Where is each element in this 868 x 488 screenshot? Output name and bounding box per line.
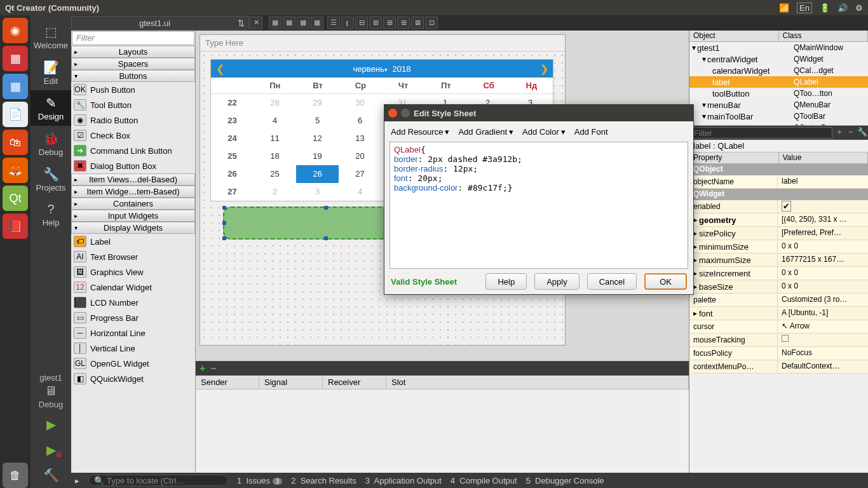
add-font-button[interactable]: Add Font bbox=[574, 127, 608, 137]
vlayout-icon[interactable]: ⫿ bbox=[341, 17, 354, 29]
close-doc-icon[interactable]: ✕ bbox=[250, 17, 262, 29]
mode-welcome[interactable]: ⬚Welcome bbox=[31, 19, 71, 55]
build-button[interactable]: 🔨 bbox=[31, 463, 71, 488]
widget-opengl[interactable]: GLOpenGL Widget bbox=[71, 356, 195, 371]
ubuntu-dash-icon[interactable]: ◉ bbox=[3, 18, 28, 43]
cal-cell[interactable]: 11 bbox=[254, 130, 296, 147]
objtree-row[interactable]: ▾ menuBarQMenuBar bbox=[689, 99, 868, 111]
qtcreator-icon[interactable]: Qt bbox=[3, 186, 28, 211]
cal-cell[interactable]: 19 bbox=[296, 147, 339, 165]
wifi-icon[interactable]: 📶 bbox=[779, 3, 789, 13]
dialog-minimize-icon[interactable] bbox=[401, 109, 410, 118]
widget-lcd[interactable]: ⬛LCD Number bbox=[71, 295, 195, 310]
widget-radio-button[interactable]: ◉Radio Button bbox=[71, 112, 195, 128]
prop-focuspolicy[interactable]: focusPolicyNoFocus bbox=[689, 347, 868, 360]
widget-qquick[interactable]: ◧QQuickWidget bbox=[71, 371, 195, 386]
widget-command-link[interactable]: ➜Command Link Button bbox=[71, 143, 195, 158]
launcher-app-3[interactable]: 📄 bbox=[3, 102, 28, 127]
mode-help[interactable]: ?Help bbox=[31, 197, 71, 233]
edit-taborder-icon[interactable]: ▦ bbox=[311, 17, 323, 29]
launcher-app-4[interactable]: 🛍 bbox=[3, 130, 28, 155]
cancel-button[interactable]: Cancel bbox=[587, 273, 637, 290]
pane-compile[interactable]: 4 Compile Output bbox=[451, 476, 517, 485]
pane-issues[interactable]: 1 Issues 3 bbox=[237, 476, 282, 485]
battery-icon[interactable]: 🔋 bbox=[820, 3, 830, 13]
cal-cell[interactable]: 4 bbox=[339, 183, 381, 201]
prop-sizeincrement[interactable]: ▸ sizeIncrement0 x 0 bbox=[689, 267, 868, 280]
hsplit-icon[interactable]: ⊟ bbox=[355, 17, 368, 29]
cal-cell[interactable]: 6 bbox=[339, 112, 381, 130]
objtree-row[interactable]: ▾ mainToolBarQToolBar bbox=[689, 111, 868, 122]
add-color-dropdown[interactable]: Add Color ▾ bbox=[522, 127, 566, 137]
prop-objectname[interactable]: objectNamelabel bbox=[689, 175, 868, 189]
mode-edit[interactable]: 📝Edit bbox=[31, 55, 71, 90]
group-layouts[interactable]: ▸Layouts bbox=[71, 46, 195, 58]
launcher-app-5[interactable]: 📕 bbox=[3, 214, 28, 239]
widget-label[interactable]: 🏷Label bbox=[71, 234, 195, 249]
cal-cell[interactable]: 20 bbox=[339, 147, 381, 165]
cal-prev-icon[interactable]: ❮ bbox=[211, 63, 229, 75]
objtree-hdr-class[interactable]: Class bbox=[779, 30, 869, 41]
widget-dialog-button-box[interactable]: ✖Dialog Button Box bbox=[71, 158, 195, 173]
propgroup-qobject[interactable]: QObject bbox=[689, 164, 868, 175]
prop-contextmenupolicy[interactable]: contextMenuPo…DefaultContext… bbox=[689, 360, 868, 374]
sigslot-hdr-signal[interactable]: Signal bbox=[259, 376, 323, 389]
cal-next-icon[interactable]: ❯ bbox=[535, 63, 553, 75]
objtree-row[interactable]: ▾ centralWidgetQWidget bbox=[689, 53, 868, 65]
group-buttons[interactable]: ▾Buttons bbox=[71, 70, 195, 82]
widget-progress-bar[interactable]: ▭Progress Bar bbox=[71, 310, 195, 325]
objtree-row[interactable]: calendarWidgetQCal…dget bbox=[689, 65, 868, 76]
bottombar-expand-icon[interactable]: ▸ bbox=[75, 476, 79, 485]
prop-sizepolicy[interactable]: ▸ sizePolicy[Preferred, Pref… bbox=[689, 227, 868, 240]
dialog-titlebar[interactable]: Edit Style Sheet bbox=[384, 105, 693, 121]
prop-hdr-name[interactable]: Property bbox=[689, 152, 779, 163]
lang-indicator[interactable]: En bbox=[797, 3, 812, 13]
run-debug-button[interactable]: ▶🐞 bbox=[31, 437, 71, 463]
edit-signals-icon[interactable]: ▦ bbox=[283, 17, 295, 29]
widget-vline[interactable]: │Vertical Line bbox=[71, 341, 195, 356]
hlayout-icon[interactable]: ☰ bbox=[327, 17, 340, 29]
sigslot-hdr-slot[interactable]: Slot bbox=[386, 376, 689, 389]
cal-cell[interactable]: 12 bbox=[296, 130, 339, 147]
group-displaywidgets[interactable]: ▾Display Widgets bbox=[71, 222, 195, 234]
stylesheet-editor[interactable]: QLabel{border: 2px dashed #3a912b;border… bbox=[390, 142, 688, 269]
prop-geometry[interactable]: ▸ geometry[(40, 250), 331 x … bbox=[689, 214, 868, 227]
firefox-icon[interactable]: 🦊 bbox=[3, 158, 28, 183]
cal-cell[interactable]: 18 bbox=[254, 147, 296, 165]
dialog-close-icon[interactable] bbox=[388, 109, 397, 118]
sigslot-add-icon[interactable]: + bbox=[200, 363, 205, 374]
prop-enabled[interactable]: enabled✔ bbox=[689, 200, 868, 214]
pane-search[interactable]: 2 Search Results bbox=[291, 476, 356, 485]
prop-palette[interactable]: paletteCustomized (3 ro… bbox=[689, 294, 868, 307]
edit-buddies-icon[interactable]: ▦ bbox=[297, 17, 309, 29]
locator-input[interactable]: 🔍Type to locate (Ctrl… bbox=[88, 475, 228, 486]
propgroup-qwidget[interactable]: QWidget bbox=[689, 189, 868, 200]
property-filter-input[interactable] bbox=[691, 127, 832, 139]
edit-widgets-icon[interactable]: ▦ bbox=[269, 17, 281, 29]
pane-debugcon[interactable]: 5 Debugger Console bbox=[526, 476, 604, 485]
cal-cell[interactable]: 5 bbox=[296, 112, 339, 130]
vsplit-icon[interactable]: ⊞ bbox=[369, 17, 382, 29]
objtree-row[interactable]: ▾ gtest1QMainWindow bbox=[689, 42, 868, 53]
prop-basesize[interactable]: ▸ baseSize0 x 0 bbox=[689, 280, 868, 294]
open-file-combo[interactable]: gtest1.ui ⇅ bbox=[71, 16, 249, 30]
group-spacers[interactable]: ▸Spacers bbox=[71, 58, 195, 70]
property-add-icon[interactable]: + bbox=[834, 127, 845, 139]
pane-appout[interactable]: 3 Application Output bbox=[365, 476, 442, 485]
gear-icon[interactable]: ⚙ bbox=[855, 3, 863, 13]
cal-cell[interactable]: 2 bbox=[254, 183, 296, 201]
widget-graphics-view[interactable]: 🖼Graphics View bbox=[71, 264, 195, 280]
prop-font[interactable]: ▸ fontA [Ubuntu, -1] bbox=[689, 307, 868, 320]
mode-debug[interactable]: 🐞Debug bbox=[31, 126, 71, 161]
cal-cell[interactable]: 4 bbox=[254, 112, 296, 130]
kit-selector[interactable]: gtest1 🖥 Debug bbox=[39, 370, 63, 412]
form-icon[interactable]: ⊞ bbox=[397, 17, 410, 29]
widget-push-button[interactable]: OKPush Button bbox=[71, 82, 195, 97]
objtree-row[interactable]: labelQLabel bbox=[689, 76, 868, 88]
ok-button[interactable]: OK bbox=[644, 273, 687, 290]
objtree-row[interactable]: toolButtonQToo…tton bbox=[689, 88, 868, 99]
widget-calendar[interactable]: 12Calendar Widget bbox=[71, 280, 195, 295]
apply-button[interactable]: Apply bbox=[534, 273, 580, 290]
widget-text-browser[interactable]: AIText Browser bbox=[71, 249, 195, 264]
widgetbox-filter[interactable]: Filter bbox=[72, 31, 194, 45]
